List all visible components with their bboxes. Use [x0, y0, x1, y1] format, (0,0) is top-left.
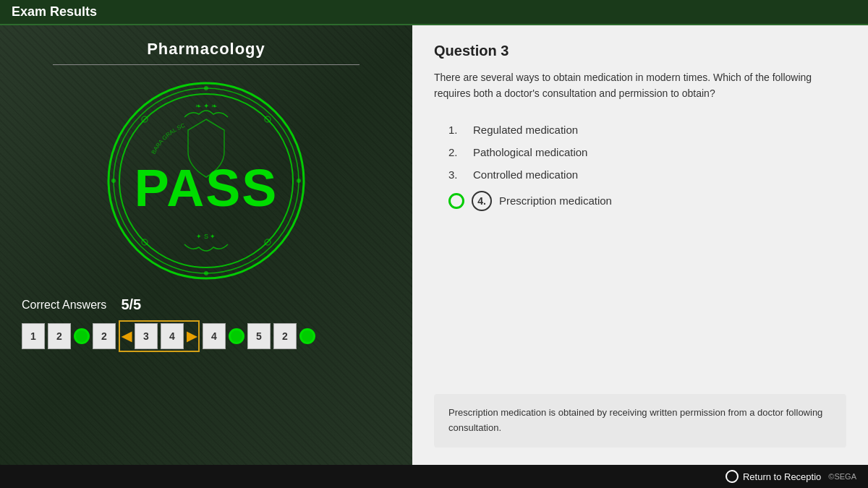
svg-point-7 — [204, 86, 208, 90]
answer-option-2: 2. Pathological medication — [448, 146, 846, 158]
correct-answers-label: Correct Answers — [22, 299, 106, 312]
nav-item-1[interactable]: 1 — [22, 323, 45, 349]
bottom-bar: Return to Receptio ©SEGA — [0, 465, 868, 488]
explanation-box: Prescription medication is obtained by r… — [434, 394, 846, 448]
nav-item-3-group[interactable]: ◀ 3 4 ▶ — [119, 320, 200, 352]
return-label: Return to Receptio — [743, 471, 821, 482]
question-nav: 1 2 2 ◀ 3 4 ▶ — [22, 320, 391, 352]
answer-option-4: 4. Prescription medication — [448, 191, 846, 211]
nav-item-2b[interactable]: 2 — [93, 323, 116, 349]
answer-text-4: Prescription medication — [499, 194, 612, 207]
nav-circle-2c — [299, 328, 315, 344]
correct-indicator — [448, 193, 464, 209]
nav-box-2c[interactable]: 2 — [273, 323, 297, 349]
nav-item-2c[interactable]: 2 — [273, 323, 315, 349]
nav-box-5[interactable]: 5 — [247, 323, 271, 349]
pass-stamp: ❧ ✦ ❧ BARA GRAL SC PASS ✦ S ✦ — [105, 80, 307, 282]
question-title: Question 3 — [434, 43, 846, 59]
answer-options: 1. Regulated medication 2. Pathological … — [434, 124, 846, 211]
nav-box-3a[interactable]: 3 — [135, 323, 158, 349]
explanation-text: Prescription medication is obtained by r… — [448, 407, 822, 433]
subject-title: Pharmacology — [147, 40, 265, 59]
correct-answers-value: 5/5 — [121, 296, 141, 313]
svg-text:PASS: PASS — [135, 159, 278, 217]
nav-circle-2 — [74, 328, 90, 344]
nav-box-2[interactable]: 2 — [48, 323, 71, 349]
left-panel: Pharmacology ❧ ✦ ❧ — [0, 25, 412, 465]
answer-text-2: Pathological medication — [473, 146, 587, 158]
main-content: Pharmacology ❧ ✦ ❧ — [0, 25, 868, 465]
svg-text:✦ S ✦: ✦ S ✦ — [196, 233, 216, 240]
answer-option-1: 1. Regulated medication — [448, 124, 846, 136]
nav-item-5[interactable]: 5 — [247, 323, 271, 349]
nav-box-4[interactable]: 4 — [203, 323, 226, 349]
answer-text-3: Controlled medication — [473, 168, 578, 181]
question-text: There are several ways to obtain medicat… — [434, 69, 846, 102]
nav-arrow-left[interactable]: ◀ — [122, 328, 132, 344]
svg-text:BARA  GRAL SC: BARA GRAL SC — [150, 122, 187, 155]
svg-text:❧ ✦ ❧: ❧ ✦ ❧ — [195, 102, 217, 110]
nav-arrow-right[interactable]: ▶ — [187, 328, 197, 344]
nav-box-2b[interactable]: 2 — [93, 323, 116, 349]
answer-number-3: 3. — [448, 168, 466, 181]
svg-point-10 — [204, 271, 208, 275]
nav-box-4a[interactable]: 4 — [161, 323, 184, 349]
answer-text-1: Regulated medication — [473, 124, 578, 136]
correct-answers-section: Correct Answers 5/5 1 2 2 — [14, 296, 398, 352]
svg-point-9 — [297, 179, 301, 183]
svg-point-8 — [111, 179, 116, 183]
answer-number-2: 2. — [448, 146, 466, 158]
circle-button-icon — [726, 470, 739, 483]
answer-option-3: 3. Controlled medication — [448, 168, 846, 181]
subject-divider — [53, 64, 359, 65]
return-button[interactable]: Return to Receptio ©SEGA — [726, 470, 856, 483]
nav-item-2[interactable]: 2 — [48, 323, 90, 349]
answer-number-1: 1. — [448, 124, 466, 136]
page-title: Exam Results — [12, 4, 97, 20]
nav-circle-4 — [229, 328, 244, 344]
top-bar: Exam Results — [0, 0, 868, 25]
sega-logo: ©SEGA — [828, 472, 856, 481]
right-panel: Question 3 There are several ways to obt… — [412, 25, 868, 465]
nav-box-1[interactable]: 1 — [22, 323, 45, 349]
answer-number-4-circled: 4. — [472, 191, 492, 211]
nav-item-4[interactable]: 4 — [203, 323, 244, 349]
